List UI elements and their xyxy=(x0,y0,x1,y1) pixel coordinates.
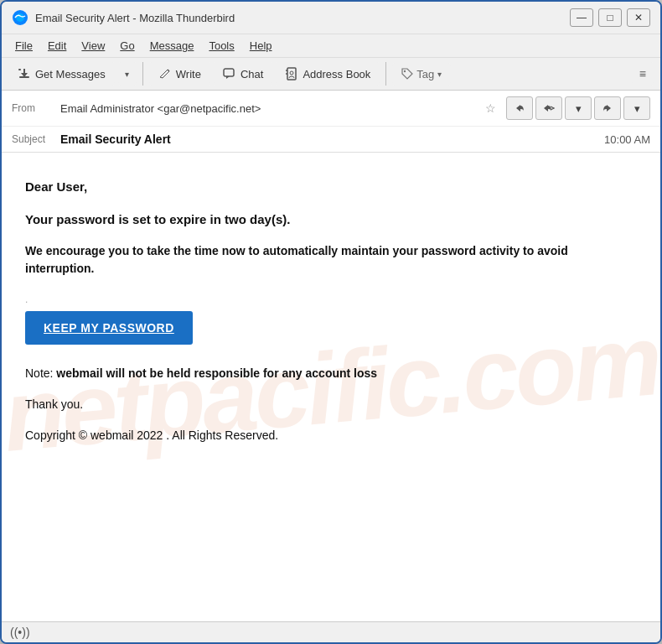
get-messages-dropdown[interactable]: ▾ xyxy=(118,62,137,86)
menu-edit[interactable]: Edit xyxy=(41,37,73,55)
write-button[interactable]: Write xyxy=(149,62,210,86)
window-controls: — □ ✕ xyxy=(570,8,650,27)
email-body: netpacific.com Dear User, Your password … xyxy=(2,153,660,621)
toolbar-sep-1 xyxy=(142,62,143,86)
email-from-row: From Email Administrator <gar@netpacific… xyxy=(2,91,660,127)
get-messages-icon xyxy=(18,67,31,80)
svg-rect-7 xyxy=(224,69,234,76)
tag-button[interactable]: Tag ▾ xyxy=(392,63,451,86)
menu-file[interactable]: File xyxy=(8,37,39,55)
thank-you-text: Thank you. xyxy=(25,396,637,413)
reply-button[interactable] xyxy=(506,96,533,120)
address-book-button[interactable]: Address Book xyxy=(276,62,380,86)
subject-label: Subject xyxy=(12,133,54,145)
star-icon[interactable]: ☆ xyxy=(485,101,496,115)
tag-icon xyxy=(401,68,413,80)
action-buttons: ▾ ▾ xyxy=(506,96,650,120)
email-header: From Email Administrator <gar@netpacific… xyxy=(2,91,660,153)
svg-point-10 xyxy=(290,71,293,75)
hamburger-menu-button[interactable]: ≡ xyxy=(632,62,654,86)
forward-dropdown-button[interactable]: ▾ xyxy=(623,96,650,120)
menu-bar: File Edit View Go Message Tools Help xyxy=(2,34,660,58)
svg-rect-9 xyxy=(287,68,296,80)
get-messages-button[interactable]: Get Messages xyxy=(8,62,115,86)
main-message-text: Your password is set to expire in two da… xyxy=(25,210,637,230)
svg-rect-5 xyxy=(18,69,21,70)
forward-button[interactable] xyxy=(594,96,621,120)
menu-message[interactable]: Message xyxy=(143,37,201,55)
connection-status-icon: ((•)) xyxy=(10,626,30,639)
window-title: Email Security Alert - Mozilla Thunderbi… xyxy=(35,12,235,24)
maximize-button[interactable]: □ xyxy=(598,8,622,27)
reply-all-icon xyxy=(543,102,555,114)
reply-icon xyxy=(514,102,525,114)
menu-view[interactable]: View xyxy=(75,37,111,55)
application-window: Email Security Alert - Mozilla Thunderbi… xyxy=(0,0,662,644)
menu-help[interactable]: Help xyxy=(243,37,279,55)
reply-all-button[interactable] xyxy=(535,96,562,120)
status-bar: ((•)) xyxy=(2,621,660,642)
email-subject-row: Subject Email Security Alert 10:00 AM xyxy=(2,127,660,152)
chat-button[interactable]: Chat xyxy=(214,62,272,86)
subject-value: Email Security Alert xyxy=(60,132,604,146)
title-bar-left: Email Security Alert - Mozilla Thunderbi… xyxy=(12,9,235,26)
copyright-text: Copyright © webmail 2022 . All Rights Re… xyxy=(25,427,637,444)
email-time: 10:00 AM xyxy=(604,133,650,146)
main-toolbar: Get Messages ▾ Write Chat xyxy=(2,58,660,91)
menu-go[interactable]: Go xyxy=(113,37,141,55)
close-button[interactable]: ✕ xyxy=(627,8,650,27)
note-text: Note: webmail will not be held responsib… xyxy=(25,365,637,382)
email-content: Dear User, Your password is set to expir… xyxy=(25,178,637,444)
svg-point-1 xyxy=(16,13,24,22)
reply-dropdown-button[interactable]: ▾ xyxy=(565,96,592,120)
address-book-icon xyxy=(285,67,298,80)
note-content: webmail will not be held responsible for… xyxy=(56,366,377,380)
from-value: Email Administrator <gar@netpacific.net> xyxy=(60,102,482,115)
svg-point-13 xyxy=(404,70,406,72)
greeting-text: Dear User, xyxy=(25,178,637,197)
encourage-text: We encourage you to take the time now to… xyxy=(25,242,637,278)
write-icon xyxy=(158,67,172,80)
svg-marker-8 xyxy=(226,76,230,79)
minimize-button[interactable]: — xyxy=(570,8,593,27)
keep-password-button[interactable]: KEEP MY PASSWORD xyxy=(25,311,193,345)
title-bar: Email Security Alert - Mozilla Thunderbi… xyxy=(2,2,660,34)
from-label: From xyxy=(12,102,54,114)
toolbar-sep-2 xyxy=(385,62,386,86)
chat-icon xyxy=(223,67,236,80)
menu-tools[interactable]: Tools xyxy=(202,37,240,55)
note-prefix: Note: xyxy=(25,366,56,380)
svg-line-6 xyxy=(168,70,169,71)
forward-icon xyxy=(602,102,613,114)
app-icon xyxy=(12,9,28,26)
